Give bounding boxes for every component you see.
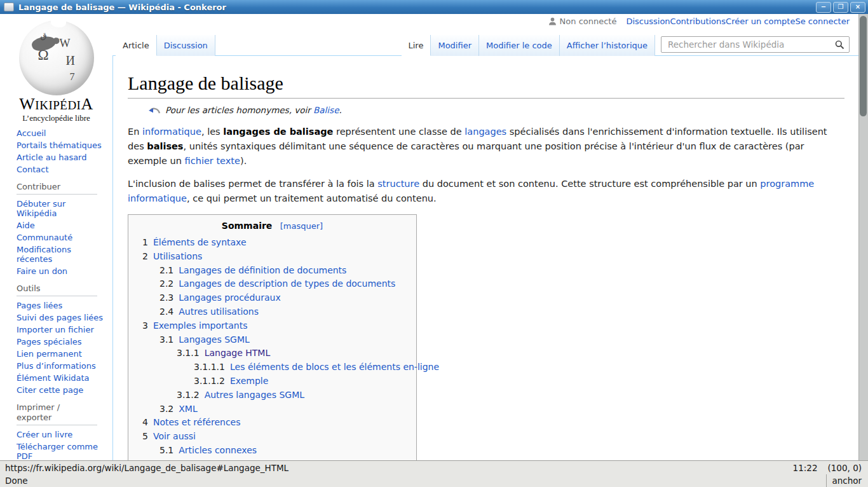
sidebar-link[interactable]: Pages spéciales bbox=[17, 337, 82, 346]
toc-link[interactable]: Langages procéduraux bbox=[179, 292, 280, 303]
tab[interactable]: Lire bbox=[402, 35, 431, 56]
sidebar-link[interactable]: Créer un livre bbox=[17, 430, 72, 439]
sidebar-item[interactable]: Faire un don bbox=[17, 266, 106, 276]
page-tabstrip: ArticleDiscussion LireModifierModifier l… bbox=[112, 35, 858, 56]
sidebar-link[interactable]: Élément Wikidata bbox=[17, 373, 90, 383]
sidebar-item[interactable]: Portails thématiques bbox=[17, 141, 106, 150]
personal-link[interactable]: Discussion bbox=[626, 17, 670, 26]
sidebar-item[interactable]: Télécharger comme PDF bbox=[17, 442, 106, 460]
personal-link[interactable]: Se connecter bbox=[795, 17, 850, 26]
sidebar-item[interactable]: Lien permanent bbox=[17, 349, 106, 359]
toc-item: 3Exemples importants bbox=[136, 319, 409, 333]
sidebar-link[interactable]: Communauté bbox=[17, 233, 72, 242]
toc-link[interactable]: Langages de description de types de docu… bbox=[179, 278, 395, 289]
window-restore-button[interactable]: ❐ bbox=[833, 2, 848, 13]
sidebar-item[interactable]: Créer un livre bbox=[17, 430, 106, 439]
toc-link[interactable]: Voir aussi bbox=[153, 431, 196, 441]
tab[interactable]: Afficher l’historique bbox=[560, 35, 655, 56]
tab[interactable]: Article bbox=[116, 35, 157, 56]
tab[interactable]: Modifier le code bbox=[479, 35, 560, 56]
sidebar-link[interactable]: Pages liées bbox=[17, 301, 62, 310]
window-close-button[interactable]: × bbox=[850, 2, 865, 13]
inline-link[interactable]: structure bbox=[377, 179, 419, 189]
toc-link[interactable]: XML bbox=[179, 404, 197, 414]
wikipedia-logo[interactable]: Ω W И 7 ق WIKIPÉDIA L’encyclopédie libre bbox=[0, 20, 112, 123]
sidebar-link[interactable]: Article au hasard bbox=[17, 153, 87, 162]
sidebar-item[interactable]: Débuter sur Wikipédia bbox=[17, 199, 106, 218]
sidebar-link[interactable]: Plus d’informations bbox=[17, 361, 96, 371]
text: représentent une classe de bbox=[333, 127, 465, 137]
inline-link[interactable]: Balise bbox=[313, 105, 339, 115]
toc-link[interactable]: Exemples importants bbox=[153, 320, 248, 331]
bold-text: balises bbox=[147, 141, 183, 151]
paragraph: En informatique, les langages de balisag… bbox=[128, 125, 844, 168]
sidebar-item[interactable]: Contact bbox=[17, 165, 106, 174]
sidebar-link[interactable]: Suivi des pages liées bbox=[17, 313, 103, 322]
sidebar-item[interactable]: Aide bbox=[17, 221, 106, 230]
toc-link[interactable]: Langages de définition de documents bbox=[179, 265, 346, 275]
sidebar-link[interactable]: Faire un don bbox=[17, 266, 67, 276]
tab-label: Lire bbox=[409, 41, 424, 50]
sidebar-item[interactable]: Élément Wikidata bbox=[17, 373, 106, 383]
personal-link[interactable]: Contributions bbox=[670, 17, 726, 26]
toc-link[interactable]: Langage HTML bbox=[205, 348, 271, 358]
inline-link[interactable]: fichier texte bbox=[185, 156, 240, 166]
toc-item: 3.1.1Langage HTML bbox=[170, 346, 409, 360]
personal-link[interactable]: Créer un compte bbox=[726, 17, 795, 26]
wikipedia-globe-icon[interactable]: Ω W И 7 ق bbox=[19, 20, 94, 95]
sidebar-item[interactable]: Suivi des pages liées bbox=[17, 313, 106, 322]
toc-link[interactable]: Notes et références bbox=[153, 417, 241, 427]
sidebar-item[interactable]: Accueil bbox=[17, 128, 106, 138]
sidebar-link[interactable]: Citer cette page bbox=[17, 385, 83, 395]
sidebar-link[interactable]: Modifications récentes bbox=[17, 245, 71, 264]
toc-list: 1Éléments de syntaxe 2Utilisations 2.1La… bbox=[136, 236, 409, 458]
sidebar-list: Créer un livreTélécharger comme PDF bbox=[17, 430, 106, 460]
sidebar-link[interactable]: Lien permanent bbox=[17, 349, 82, 359]
inline-link[interactable]: langages bbox=[465, 127, 506, 137]
statusbar-separator bbox=[826, 474, 827, 487]
sidebar-item[interactable]: Article au hasard bbox=[17, 153, 106, 162]
hatnote: Pour les articles homonymes, voir Balise… bbox=[148, 105, 844, 115]
sidebar-link[interactable]: Accueil bbox=[17, 128, 46, 138]
sidebar-item[interactable]: Communauté bbox=[17, 233, 106, 242]
toc-link[interactable]: Autres utilisations bbox=[179, 306, 259, 317]
sidebar-link[interactable]: Débuter sur Wikipédia bbox=[17, 199, 65, 218]
sidebar-link[interactable]: Télécharger comme PDF bbox=[17, 442, 98, 460]
search-input[interactable] bbox=[667, 39, 835, 50]
globe-notch bbox=[51, 18, 66, 27]
toc-link[interactable]: Utilisations bbox=[153, 251, 202, 261]
tab-label: Afficher l’historique bbox=[567, 41, 648, 50]
sidebar-item[interactable]: Plus d’informations bbox=[17, 361, 106, 371]
wikipedia-wordmark[interactable]: WIKIPÉDIA bbox=[0, 97, 112, 113]
redirect-icon bbox=[148, 106, 161, 114]
toc-toggle-link[interactable]: [masquer] bbox=[280, 221, 323, 231]
toc-number: 3.1.1 bbox=[177, 348, 200, 358]
sidebar-item[interactable]: Citer cette page bbox=[17, 385, 106, 395]
toc-link[interactable]: Exemple bbox=[230, 376, 268, 386]
vertical-scrollbar[interactable] bbox=[858, 14, 868, 460]
toc-link[interactable]: Langages SGML bbox=[179, 334, 250, 345]
window-minimize-button[interactable]: − bbox=[816, 2, 831, 13]
inline-link[interactable]: informatique bbox=[142, 127, 201, 137]
sidebar-link[interactable]: Contact bbox=[17, 165, 49, 174]
window-title: Langage de balisage — Wikipédia - Conker… bbox=[18, 3, 814, 12]
globe-glyph: 7 bbox=[70, 71, 75, 83]
sidebar-link[interactable]: Portails thématiques bbox=[17, 141, 102, 150]
tab[interactable]: Discussion bbox=[157, 35, 215, 56]
toc-link[interactable]: Éléments de syntaxe bbox=[153, 237, 247, 247]
sidebar-item[interactable]: Modifications récentes bbox=[17, 245, 106, 264]
sidebar-item[interactable]: Pages liées bbox=[17, 301, 106, 310]
search-icon[interactable] bbox=[835, 40, 844, 50]
toc-link[interactable]: Articles connexes bbox=[179, 445, 257, 455]
toc-number: 3.1.1.2 bbox=[194, 376, 225, 386]
statusbar-url-row: https://fr.wikipedia.org/wiki/Langage_de… bbox=[0, 461, 868, 474]
sidebar-link[interactable]: Importer un fichier bbox=[17, 325, 94, 334]
toc-link[interactable]: Les éléments de blocs et les éléments en… bbox=[230, 362, 439, 372]
sidebar-link[interactable]: Aide bbox=[17, 221, 35, 230]
tab[interactable]: Modifier bbox=[431, 35, 479, 56]
toc-link[interactable]: Autres langages SGML bbox=[205, 390, 304, 400]
sidebar-list: Débuter sur WikipédiaAideCommunautéModif… bbox=[17, 199, 106, 276]
scrollbar-thumb[interactable] bbox=[860, 16, 867, 116]
sidebar-item[interactable]: Pages spéciales bbox=[17, 337, 106, 346]
sidebar-item[interactable]: Importer un fichier bbox=[17, 325, 106, 334]
